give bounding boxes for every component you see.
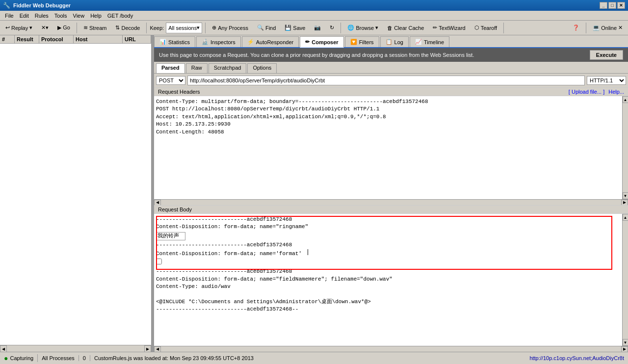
body-line-3: ----------------------------acebdf135724… bbox=[156, 241, 620, 249]
upload-file-link[interactable]: [ Upload file... ] bbox=[569, 89, 604, 95]
menu-rules[interactable]: Rules bbox=[32, 12, 52, 19]
body-content[interactable]: ----------------------------acebdf135724… bbox=[154, 214, 622, 346]
body-line-5: ----------------------------acebdf135724… bbox=[156, 268, 620, 275]
status-count: 0 bbox=[83, 355, 90, 361]
text-wizard-button[interactable]: ✏ TextWizard bbox=[429, 22, 469, 34]
tab-inspectors[interactable]: 🔬 Inspectors bbox=[196, 36, 241, 47]
menu-get[interactable]: GET /body bbox=[105, 12, 136, 19]
sep5 bbox=[503, 23, 504, 33]
timeline-icon: 📈 bbox=[415, 39, 422, 45]
app-icon: 🔧 bbox=[3, 2, 10, 9]
subtab-parsed[interactable]: Parsed bbox=[156, 63, 185, 73]
refresh-button[interactable]: ↻ bbox=[326, 22, 338, 34]
keep-dropdown[interactable]: All sessions ▾ bbox=[166, 23, 202, 33]
online-close-icon: ✕ bbox=[618, 25, 623, 31]
headers-content-area: ▲ ▼ bbox=[154, 96, 628, 199]
tab-timeline[interactable]: 📈 Timeline bbox=[410, 36, 449, 47]
tab-composer-label: Composer bbox=[312, 39, 338, 45]
body-ringname-input[interactable]: 我的铃声 bbox=[156, 232, 185, 240]
help-link[interactable]: Help... bbox=[608, 89, 624, 95]
tab-autoresponder[interactable]: ⚡ AutoResponder bbox=[242, 36, 299, 47]
log-icon: 📋 bbox=[386, 39, 392, 45]
filters-icon: 🔽 bbox=[350, 39, 357, 45]
menu-edit[interactable]: Edit bbox=[17, 12, 32, 19]
tearoff-button[interactable]: ⬡ Tearoff bbox=[471, 22, 500, 34]
session-list[interactable] bbox=[0, 44, 151, 345]
col-url: URL bbox=[123, 35, 151, 43]
sep2 bbox=[146, 23, 147, 33]
body-line-8 bbox=[156, 291, 620, 298]
status-bar: ● Capturing All Processes 0 CustomRules.… bbox=[0, 352, 628, 364]
go-button[interactable]: ▶ Go bbox=[54, 22, 74, 34]
subtab-options[interactable]: Options bbox=[247, 63, 277, 73]
headers-scrollbar-v[interactable]: ▲ ▼ bbox=[622, 96, 628, 199]
headers-scroll-down[interactable]: ▼ bbox=[623, 192, 628, 199]
keep-value: All sessions bbox=[168, 25, 197, 31]
close-button[interactable]: ✕ bbox=[617, 2, 625, 9]
request-body-section: Request Body ---------------------------… bbox=[154, 205, 628, 352]
online-button[interactable]: 💻 Online ✕ bbox=[589, 22, 626, 34]
body-line-6: Content-Disposition: form-data; name="fi… bbox=[156, 276, 620, 283]
help-button[interactable]: ❓ bbox=[569, 22, 583, 34]
body-scrollbar-v[interactable]: ▲ ▼ bbox=[622, 214, 628, 346]
subtab-scratchpad[interactable]: Scratchpad bbox=[209, 63, 247, 73]
sub-tabs: Parsed Raw Scratchpad Options bbox=[154, 62, 628, 74]
browse-button[interactable]: 🌐 Browse▾ bbox=[344, 22, 382, 34]
menu-file[interactable]: File bbox=[2, 12, 17, 19]
headers-scroll-up[interactable]: ▲ bbox=[623, 96, 628, 103]
tab-composer[interactable]: ✏ Composer bbox=[300, 36, 343, 48]
body-line-10: ----------------------------acebdf135724… bbox=[156, 306, 620, 313]
save-label: Save bbox=[293, 25, 305, 31]
menu-view[interactable]: View bbox=[70, 12, 88, 19]
col-number: # bbox=[0, 35, 15, 43]
maximize-button[interactable]: □ bbox=[608, 2, 616, 9]
replay-button[interactable]: ↩ Replay ▾ bbox=[2, 22, 36, 34]
body-scroll-right[interactable]: ▶ bbox=[621, 346, 628, 352]
session-header: # Result Protocol Host URL bbox=[0, 35, 151, 44]
find-button[interactable]: 🔍 Find bbox=[254, 22, 279, 34]
tab-statistics[interactable]: 📊 Statistics bbox=[154, 36, 195, 47]
body-line-2: Content-Disposition: form-data; name="ri… bbox=[156, 223, 620, 231]
headers-scroll-left[interactable]: ◀ bbox=[154, 200, 161, 206]
cursor-indicator bbox=[305, 249, 308, 255]
status-message-text: CustomRules.js was loaded at: Mon Sep 23… bbox=[94, 355, 254, 361]
body-line-7: Content-Type: audio/wav bbox=[156, 283, 620, 290]
session-scrollbar-h[interactable]: ◀ ▶ bbox=[0, 345, 151, 352]
tab-log[interactable]: 📋 Log bbox=[380, 36, 409, 47]
body-scroll-up[interactable]: ▲ bbox=[623, 214, 628, 221]
headers-scroll-right[interactable]: ▶ bbox=[621, 200, 628, 206]
execute-button[interactable]: Execute bbox=[590, 50, 623, 60]
body-checkbox[interactable] bbox=[156, 259, 162, 264]
clear-cache-button[interactable]: 🗑 Clear Cache bbox=[384, 22, 427, 34]
menu-help[interactable]: Help bbox=[87, 12, 105, 19]
menu-tools[interactable]: Tools bbox=[52, 12, 70, 19]
find-label: Find bbox=[265, 25, 276, 31]
decode-button[interactable]: ⇅ Decode bbox=[112, 22, 143, 34]
status-message: CustomRules.js was loaded at: Mon Sep 23… bbox=[94, 355, 525, 361]
body-scroll-left[interactable]: ◀ bbox=[154, 346, 161, 352]
tab-filters[interactable]: 🔽 Filters bbox=[345, 36, 379, 47]
subtab-raw[interactable]: Raw bbox=[186, 63, 208, 73]
url-input[interactable] bbox=[187, 76, 585, 85]
body-content-area: ----------------------------acebdf135724… bbox=[154, 214, 628, 346]
snapshot-button[interactable]: 📷 bbox=[311, 22, 324, 34]
headers-scrollbar-h[interactable]: ◀ ▶ bbox=[154, 199, 628, 205]
save-button[interactable]: 💾 Save bbox=[281, 22, 309, 34]
body-scroll-down[interactable]: ▼ bbox=[623, 339, 628, 346]
process-label: All Processes bbox=[42, 355, 75, 361]
scroll-right-arrow[interactable]: ▶ bbox=[144, 345, 151, 352]
stream-button[interactable]: ≋ Stream bbox=[80, 22, 110, 34]
http-version-select[interactable]: HTTP/1.1 HTTP/1.0 bbox=[587, 76, 626, 85]
tearoff-label: Tearoff bbox=[481, 25, 497, 31]
save-icon: 💾 bbox=[285, 25, 291, 31]
headers-textarea[interactable] bbox=[154, 96, 622, 199]
any-process-button[interactable]: ⊕ Any Process bbox=[209, 22, 252, 34]
scroll-left-arrow[interactable]: ◀ bbox=[0, 345, 7, 352]
body-scrollbar-h[interactable]: ◀ ▶ bbox=[154, 346, 628, 352]
status-process: All Processes bbox=[42, 355, 79, 361]
method-select[interactable]: POST GET PUT DELETE bbox=[156, 76, 185, 85]
col-protocol: Protocol bbox=[39, 35, 74, 43]
minimize-button[interactable]: _ bbox=[600, 2, 607, 9]
x-button[interactable]: ✕▾ bbox=[38, 22, 52, 34]
scroll-track-h bbox=[7, 345, 144, 352]
